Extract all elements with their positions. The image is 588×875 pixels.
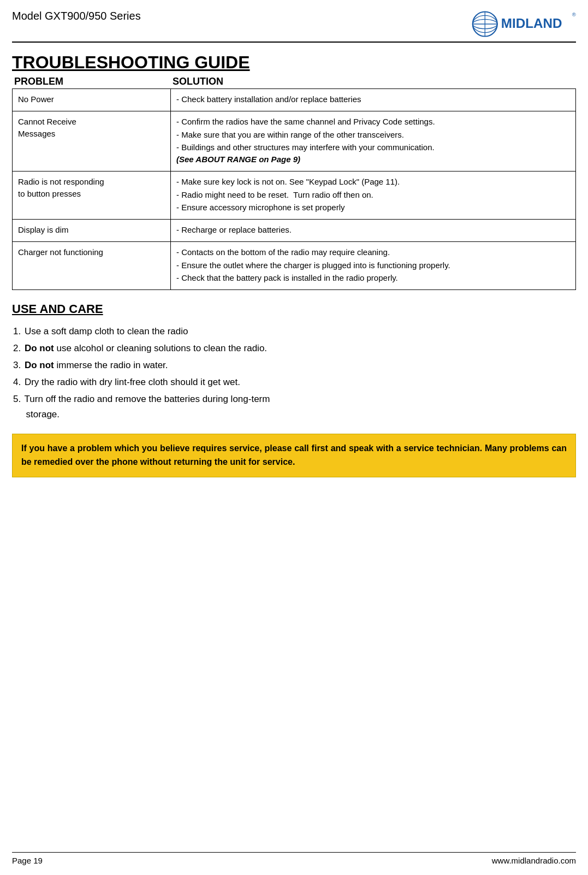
table-header-row: PROBLEM SOLUTION xyxy=(12,75,576,88)
list-item: Check battery installation and/or replac… xyxy=(176,93,570,105)
model-title: Model GXT900/950 Series xyxy=(12,10,141,22)
list-item: Check that the battery pack is installed… xyxy=(176,272,570,284)
list-item: 4. Dry the radio with dry lint-free clot… xyxy=(12,375,576,391)
svg-text:®: ® xyxy=(572,11,576,17)
list-item: Radio might need to be reset. Turn radio… xyxy=(176,189,570,201)
footer: Page 19 www.midlandradio.com xyxy=(12,852,576,865)
note-text: (See ABOUT RANGE on Page 9) xyxy=(176,155,300,164)
solution-list: Make sure key lock is not on. See "Keypa… xyxy=(176,176,570,214)
solution-cell: Make sure key lock is not on. See "Keypa… xyxy=(171,171,576,219)
list-item: Buildings and other structures may inter… xyxy=(176,141,570,165)
solution-list: Confirm the radios have the same channel… xyxy=(176,116,570,165)
logo-area: MIDLAND ® xyxy=(472,10,576,38)
trouble-table: No Power Check battery installation and/… xyxy=(12,88,576,290)
page-number: Page 19 xyxy=(12,856,43,865)
list-item: Make sure that you are within range of t… xyxy=(176,129,570,141)
list-item: Ensure accessory microphone is set prope… xyxy=(176,202,570,214)
col-solution-header: SOLUTION xyxy=(170,75,576,88)
solution-list: Check battery installation and/or replac… xyxy=(176,93,570,105)
list-item: Ensure the outlet where the charger is p… xyxy=(176,259,570,271)
list-item: 5. Turn off the radio and remove the bat… xyxy=(12,392,576,423)
table-row: No Power Check battery installation and/… xyxy=(13,89,576,111)
problem-cell: No Power xyxy=(13,89,171,111)
page-title: TROUBLESHOOTING GUIDE xyxy=(12,52,576,73)
problem-cell: Charger not functioning xyxy=(13,241,171,289)
list-item: 2. Do not use alcohol or cleaning soluti… xyxy=(12,341,576,357)
solution-cell: Recharge or replace batteries. xyxy=(171,220,576,242)
service-notice: If you have a problem which you believe … xyxy=(12,434,576,477)
list-item: Confirm the radios have the same channel… xyxy=(176,116,570,128)
table-row: Radio is not respondingto button presses… xyxy=(13,171,576,219)
list-item: Recharge or replace batteries. xyxy=(176,224,570,236)
list-item: 3. Do not immerse the radio in water. xyxy=(12,358,576,374)
care-list: 1. Use a soft damp cloth to clean the ra… xyxy=(12,324,576,424)
website: www.midlandradio.com xyxy=(492,856,576,865)
table-row: Display is dim Recharge or replace batte… xyxy=(13,220,576,242)
header: Model GXT900/950 Series MIDLAND ® xyxy=(12,10,576,43)
solution-cell: Check battery installation and/or replac… xyxy=(171,89,576,111)
problem-cell: Cannot ReceiveMessages xyxy=(13,111,171,171)
midland-logo: MIDLAND ® xyxy=(472,10,576,38)
svg-text:MIDLAND: MIDLAND xyxy=(501,16,562,31)
list-item: 1. Use a soft damp cloth to clean the ra… xyxy=(12,324,576,340)
problem-cell: Display is dim xyxy=(13,220,171,242)
problem-cell: Radio is not respondingto button presses xyxy=(13,171,171,219)
list-item: Make sure key lock is not on. See "Keypa… xyxy=(176,176,570,188)
col-problem-header: PROBLEM xyxy=(12,75,170,88)
solution-list: Contacts on the bottom of the radio may … xyxy=(176,246,570,284)
use-and-care-title: USE AND CARE xyxy=(12,302,576,316)
solution-cell: Contacts on the bottom of the radio may … xyxy=(171,241,576,289)
table-row: Cannot ReceiveMessages Confirm the radio… xyxy=(13,111,576,171)
solution-list: Recharge or replace batteries. xyxy=(176,224,570,236)
page-wrapper: Model GXT900/950 Series MIDLAND ® TR xyxy=(0,0,588,875)
list-item: Contacts on the bottom of the radio may … xyxy=(176,246,570,258)
table-row: Charger not functioning Contacts on the … xyxy=(13,241,576,289)
solution-cell: Confirm the radios have the same channel… xyxy=(171,111,576,171)
